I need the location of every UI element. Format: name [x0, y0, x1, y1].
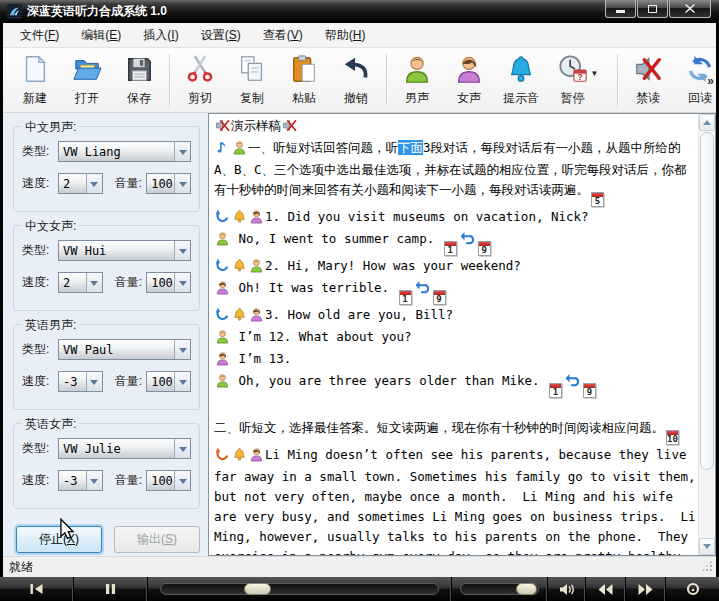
- document-content[interactable]: 演示样稿一、听短对话回答问题，听下面3段对话，每段对话后有一小题，从题中所给的A…: [209, 114, 698, 555]
- toolbar-open[interactable]: 打开: [61, 54, 113, 107]
- player-mode-button[interactable]: [666, 577, 719, 601]
- chevron-down-icon[interactable]: [174, 174, 190, 193]
- chevron-down-icon[interactable]: [86, 174, 102, 193]
- maximize-button[interactable]: [637, 0, 668, 18]
- type-label: 类型:: [22, 440, 58, 457]
- chevron-down-icon[interactable]: [174, 241, 190, 260]
- scroll-up-button[interactable]: [699, 114, 715, 131]
- output-button[interactable]: 输出(S): [114, 526, 200, 553]
- toolbar-label: 提示音: [503, 90, 539, 107]
- toolbar-paste[interactable]: 粘贴: [278, 54, 330, 107]
- pause-playback-button[interactable]: [74, 577, 148, 601]
- toolbar-new[interactable]: 新建: [9, 54, 61, 107]
- repeat-blue-icon: [215, 258, 230, 278]
- chevron-down-icon[interactable]: [174, 142, 190, 161]
- speed-select[interactable]: 2: [58, 272, 103, 293]
- voice-type-select[interactable]: VW Julie: [58, 438, 191, 459]
- toolbar-label: 剪切: [188, 90, 212, 107]
- toolbar-overflow-button[interactable]: »: [707, 74, 714, 88]
- toolbar-cut[interactable]: 剪切: [174, 54, 226, 107]
- toolbar-undo[interactable]: 撤销: [330, 54, 382, 107]
- rewind-button[interactable]: [586, 577, 626, 601]
- toolbar-save[interactable]: 保存: [113, 54, 165, 107]
- toolbar-pause[interactable]: ? 暂停 ▼: [547, 54, 613, 107]
- resize-grip[interactable]: [702, 561, 713, 575]
- number-chip-icon: 1: [549, 383, 562, 398]
- chevron-down-icon[interactable]: [174, 340, 190, 359]
- scrollbar-thumb[interactable]: [700, 132, 714, 470]
- document-line: 演示样稿: [214, 116, 697, 138]
- close-button[interactable]: [669, 0, 711, 18]
- volume-select[interactable]: 100: [146, 173, 191, 194]
- speed-select[interactable]: -3: [58, 371, 103, 392]
- scroll-down-button[interactable]: [699, 538, 715, 555]
- chevron-down-icon[interactable]: [174, 439, 190, 458]
- scrollbar-track[interactable]: [699, 131, 715, 538]
- menu-file[interactable]: 文件(F): [9, 23, 70, 48]
- speed-select[interactable]: 2: [58, 173, 103, 194]
- previous-button[interactable]: [0, 577, 74, 601]
- volume-value: 100: [147, 273, 174, 292]
- document-line: I’m 13.: [214, 349, 697, 371]
- minimize-button[interactable]: [605, 0, 636, 18]
- toolbar-label: 粘贴: [292, 90, 316, 107]
- toolbar-label: 回读: [688, 90, 712, 107]
- man-icon: [215, 373, 230, 393]
- volume-select[interactable]: 100: [146, 470, 191, 491]
- new-document-icon: [20, 54, 50, 87]
- speed-select[interactable]: -3: [58, 470, 103, 491]
- chevron-down-icon[interactable]: [86, 273, 102, 292]
- vertical-scrollbar[interactable]: [698, 114, 715, 555]
- voice-type-value: VW Julie: [59, 439, 174, 458]
- chevron-down-icon[interactable]: [174, 273, 190, 292]
- toolbar-alert-tone[interactable]: 提示音: [495, 54, 547, 107]
- chevron-down-icon[interactable]: [174, 372, 190, 391]
- menu-settings[interactable]: 设置(S): [190, 23, 252, 48]
- back-icon: [460, 231, 475, 251]
- seek-slider[interactable]: [148, 577, 452, 601]
- cut-icon: [185, 54, 215, 87]
- seek-track[interactable]: [160, 583, 439, 595]
- repeat-orange-icon: [215, 447, 230, 467]
- toolbar-label: 暂停: [561, 90, 585, 107]
- voice-type-value: VW Paul: [59, 340, 174, 359]
- volume-slider[interactable]: [452, 577, 548, 601]
- seek-thumb[interactable]: [244, 583, 271, 595]
- mute-button[interactable]: [548, 577, 586, 601]
- voice-type-select[interactable]: VW Paul: [58, 339, 191, 360]
- volume-select[interactable]: 100: [146, 371, 191, 392]
- document-line: I’m 12. What about you?: [214, 327, 697, 349]
- toolbar-no-read[interactable]: 禁读: [622, 54, 674, 107]
- document-text: 演示样稿: [231, 118, 281, 133]
- menu-view[interactable]: 查看(V): [252, 23, 314, 48]
- group-title: 英语男声:: [22, 317, 79, 334]
- volume-select[interactable]: 100: [146, 272, 191, 293]
- document-editor[interactable]: 演示样稿一、听短对话回答问题，听下面3段对话，每段对话后有一小题，从题中所给的A…: [208, 113, 716, 556]
- document-line: 2. Hi, Mary! How was your weekend?: [214, 256, 697, 278]
- menu-help[interactable]: 帮助(H): [314, 23, 377, 48]
- toolbar-label: 男声: [405, 90, 429, 107]
- pause-dropdown-arrow-icon[interactable]: ▼: [591, 69, 603, 78]
- woman-icon: [249, 307, 264, 327]
- document-text: 2. Hi, Mary! How was your weekend?: [265, 258, 521, 273]
- volume-label: 音量:: [115, 373, 142, 390]
- toolbar-copy[interactable]: 复制: [226, 54, 278, 107]
- undo-icon: [341, 54, 371, 87]
- document-text: 一、听短对话回答问题，听: [248, 140, 398, 155]
- chevron-down-icon[interactable]: [86, 471, 102, 490]
- fast-forward-button[interactable]: [626, 577, 666, 601]
- chevron-down-icon[interactable]: [174, 471, 190, 490]
- volume-thumb[interactable]: [516, 583, 537, 595]
- voice-type-select[interactable]: VW Hui: [58, 240, 191, 261]
- toolbar-label: 复制: [240, 90, 264, 107]
- toolbar-male-voice[interactable]: 男声: [391, 54, 443, 107]
- menu-edit[interactable]: 编辑(E): [70, 23, 132, 48]
- volume-track[interactable]: [460, 583, 539, 595]
- toolbar-female-voice[interactable]: 女声: [443, 54, 495, 107]
- menu-insert[interactable]: 插入(I): [132, 23, 189, 48]
- voice-type-select[interactable]: VW Liang: [58, 141, 191, 162]
- media-player-bar: [0, 577, 719, 601]
- group-english-female: 英语女声: 类型: VW Julie 速度: -3 音量:: [13, 423, 200, 509]
- app-icon: [7, 4, 22, 19]
- chevron-down-icon[interactable]: [86, 372, 102, 391]
